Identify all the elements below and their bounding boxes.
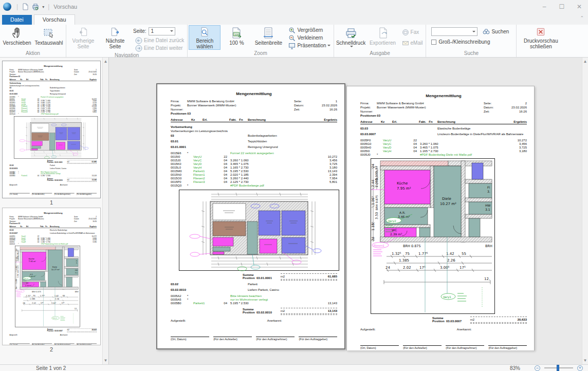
svg-text:Vary2: Vary2	[388, 219, 396, 223]
page-status: Seite 1 von 2	[36, 365, 66, 371]
floor-plan-1	[179, 190, 339, 271]
svg-text:Küche: Küche	[397, 181, 408, 186]
group-label-suche: Suche	[427, 50, 515, 57]
position-row: 03.02Parkett	[171, 282, 337, 287]
zoom-slider-thumb[interactable]	[557, 365, 559, 371]
ribbon-group-suche: Suchen Groß-/Kleinschreibung Suche	[426, 25, 517, 57]
position-row: 03.02Parkett	[10, 164, 97, 167]
ribbon: Verschieben Textauswahl Aktion Vorherige…	[0, 25, 588, 58]
svg-text:1.385: 1.385	[399, 258, 409, 263]
svg-text:7.95 m²: 7.95 m²	[29, 261, 36, 263]
eine-datei-weiter-button[interactable]: Eine Datei weiter	[133, 44, 186, 52]
bereich-waehlen-button[interactable]: Bereich wählen	[189, 25, 220, 50]
zoom-in-icon	[288, 27, 296, 34]
svg-text:10.27 m²: 10.27 m²	[440, 202, 456, 206]
svg-text:2.02: 2.02	[32, 302, 36, 304]
close-preview-icon	[535, 27, 547, 37]
exportieren-button[interactable]: Exportieren	[367, 25, 399, 50]
separator: |	[48, 3, 49, 10]
ribbon-group-aktion: Verschieben Textauswahl Aktion	[0, 25, 66, 57]
summe-position: Summe Position 03.03.0007 m220,633	[10, 328, 97, 331]
scroll-up-icon[interactable]: ▲	[583, 58, 587, 65]
tab-vorschau[interactable]: Vorschau	[34, 14, 75, 25]
calc-row: 0005A2*Bitte Hinweis beachten	[171, 294, 337, 298]
print-preview-icon[interactable]	[30, 2, 41, 11]
thumbnail-page-2[interactable]: Mengenermittlung Firma:Projekt:Nummer: M…	[2, 208, 101, 345]
table-header: AdresseKzErl.Fakt.FnBerechnungErgebnis	[171, 118, 337, 122]
scroll-down-icon[interactable]: ▼	[104, 357, 108, 364]
position-row: 03Bodenbelagsarbeiten	[171, 134, 337, 138]
file-forward-icon	[135, 45, 142, 52]
positionen-line: Positionen 03	[10, 222, 97, 224]
calc-row: 0015K0VaryD043.465 * 1.0753,725	[171, 162, 337, 166]
praesentation-button[interactable]: Präsentation	[286, 42, 332, 49]
suchen-button[interactable]: Suchen	[481, 28, 511, 35]
status-bar: Seite 1 von 2 83% − +	[0, 364, 588, 371]
positionen-line: Positionen 03	[10, 76, 97, 77]
thumbnail-page-1[interactable]: Mengenermittlung Firma: Projekt: Nummer:…	[2, 61, 101, 198]
zoom-100-button[interactable]: 100 100 %	[220, 25, 252, 50]
vorherige-seite-button[interactable]: Vorherige Seite	[67, 25, 99, 50]
calc-row: 0015P0Fliesen3042.125 * 2.7305,801	[171, 180, 337, 184]
quick-print-icon	[345, 27, 357, 39]
checkbox-icon[interactable]	[431, 40, 436, 45]
firma-value: MWM Software & Beratung GmbH	[377, 101, 426, 105]
svg-text:BRH 0.875: BRH 0.875	[375, 195, 378, 210]
verschieben-button[interactable]: Verschieben	[1, 25, 33, 50]
collapse-ribbon-icon[interactable]: ⌃	[580, 15, 584, 21]
calc-rows: 0015E6*Formel 22 verkürzt ausgegeben 001…	[10, 97, 97, 116]
main-scrollbar[interactable]: ▲ ▼	[582, 58, 588, 364]
svg-text:3.00⁵: 3.00⁵	[51, 302, 57, 304]
svg-text:1.385: 1.385	[375, 178, 379, 188]
svg-text:3.46 m²: 3.46 m²	[29, 275, 36, 277]
scroll-down-icon[interactable]: ▼	[583, 357, 587, 364]
chevron-down-icon	[472, 31, 475, 32]
ribbon-group-navigation: Vorherige Seite Nächste Seite Seite: 1	[66, 25, 188, 57]
schnelldruck-button[interactable]: Schnelldruck	[335, 25, 367, 50]
druckvorschau-schliessen-button[interactable]: Druckvorschau schließen	[518, 25, 564, 50]
zoom-out-button[interactable]: −	[535, 365, 540, 371]
position-row: 03.02.0010Liefern Parkett, Casino	[171, 288, 337, 292]
eine-datei-zurueck-button[interactable]: Eine Datei zurück	[133, 36, 186, 44]
textauswahl-button[interactable]: Textauswahl	[33, 25, 65, 50]
svg-text:12,: 12,	[484, 277, 490, 281]
maximize-button[interactable]: ☐	[553, 0, 571, 13]
zeit-value: 16:26	[309, 107, 337, 112]
svg-text:55: 55	[63, 295, 65, 297]
sidebar-scrollbar[interactable]: ▲ ▼	[102, 58, 108, 364]
zoom-100-icon: 100	[230, 27, 243, 39]
svg-text:17⁵: 17⁵	[460, 266, 466, 270]
seite-label: Seite:	[133, 28, 146, 34]
svg-text:WC: WC	[392, 228, 397, 232]
naechste-seite-button[interactable]: Nächste Seite	[99, 25, 131, 50]
seite-spinner[interactable]: 1	[149, 27, 175, 35]
position-list: 03.03Elastische Bodenbeläge 03.03.0007Li…	[10, 229, 97, 234]
svg-text:2.02: 2.02	[403, 266, 411, 270]
scroll-up-icon[interactable]: ▲	[104, 58, 108, 65]
calc-row: 0005G0VaryC043.260 * 1.0603,456	[360, 142, 527, 146]
new-document-icon[interactable]	[20, 2, 30, 11]
floor-plan-1	[14, 116, 98, 159]
floor-plan-2: Küche 7.95 m² Diele 10.27 m² A.R. 3.46 m…	[15, 246, 80, 327]
vergroessern-button[interactable]: Vergrößern	[286, 26, 332, 34]
email-button[interactable]: eMail	[400, 39, 425, 47]
tab-datei[interactable]: Datei	[2, 15, 32, 25]
svg-text:10.27 m²: 10.27 m²	[51, 269, 60, 271]
zoom-in-button[interactable]: +	[577, 365, 583, 371]
zeit-value: 16:26	[82, 220, 97, 222]
preview-page-1[interactable]: Mengenermittlung Firma: Projekt: Nummer:…	[156, 83, 345, 349]
minimize-button[interactable]: –	[536, 0, 553, 13]
verkleinern-button[interactable]: Verkleinern	[286, 34, 332, 42]
case-sensitive-checkbox-row[interactable]: Groß-/Kleinschreibung	[431, 39, 490, 45]
app-window: | ▾ | Vorschau – ☐ ✕ Datei Vorschau ⌃ Ve…	[0, 0, 588, 371]
qat-dropdown-icon[interactable]: ▾	[41, 5, 46, 9]
preview-page-2[interactable]: Mengenermittlung Firma:Projekt:Nummer: M…	[346, 86, 535, 350]
close-button[interactable]: ✕	[571, 0, 588, 13]
position-list: 03Bodenbelagsarbeiten 03.01Teppichböden …	[10, 87, 97, 95]
svg-text:75: 75	[405, 252, 410, 256]
zoom-slider[interactable]	[544, 367, 573, 368]
table-header: AdresseKzErl.Fakt.FnBerechnungErgebnis	[10, 79, 97, 81]
search-input[interactable]	[431, 27, 477, 36]
seitenbreite-button[interactable]: Seitenbreite	[252, 25, 284, 50]
fax-button[interactable]: Fax	[400, 28, 425, 36]
